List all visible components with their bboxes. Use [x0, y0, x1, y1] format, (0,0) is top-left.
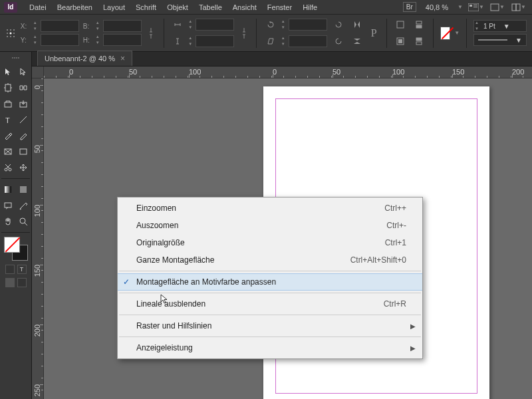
ctx-item[interactable]: AuszoomenCtrl+- — [118, 217, 422, 234]
x-label: X: — [21, 23, 30, 30]
stroke-style-input[interactable]: ▼ — [473, 34, 527, 46]
rotate-input[interactable] — [289, 19, 327, 31]
y-spinner[interactable]: ▲▼ — [33, 34, 38, 46]
menu-schrift[interactable]: Schrift — [130, 3, 162, 11]
menu-tabelle[interactable]: Tabelle — [194, 3, 227, 11]
transform-tool[interactable] — [16, 160, 32, 176]
normal-view-icon[interactable] — [5, 278, 15, 287]
ctx-item[interactable]: OriginalgrößeCtrl+1 — [118, 234, 422, 251]
ctx-item[interactable]: Lineale ausblendenCtrl+R — [118, 295, 422, 313]
page-tool[interactable] — [0, 80, 16, 96]
shear-icon[interactable] — [263, 34, 278, 49]
ctx-label: Einzoomen — [136, 203, 384, 213]
type-tool[interactable]: T — [0, 112, 16, 128]
gap-tool[interactable] — [16, 80, 32, 96]
y-input[interactable] — [41, 34, 79, 46]
ctx-label: Raster und Hilfslinien — [136, 321, 406, 331]
bridge-badge[interactable]: Br — [403, 2, 416, 12]
line-tool[interactable] — [16, 112, 32, 128]
ruler-origin[interactable] — [32, 66, 44, 78]
pencil-tool[interactable] — [16, 128, 32, 144]
arrange-icon[interactable]: ▼ — [511, 2, 527, 13]
paragraph-style-icon[interactable]: P — [368, 26, 380, 41]
submenu-arrow-icon: ▶ — [410, 344, 416, 352]
hand-tool[interactable] — [0, 213, 16, 229]
x-input[interactable] — [41, 20, 79, 32]
fill-stroke-swatches[interactable] — [3, 237, 29, 261]
scale-y-icon[interactable] — [170, 34, 185, 49]
zoom-tool[interactable] — [16, 213, 32, 229]
view-options-icon[interactable]: ▼ — [468, 2, 484, 13]
selection-tool[interactable] — [0, 64, 16, 80]
screen-mode-icon[interactable]: ▼ — [489, 2, 505, 13]
menu-ansicht[interactable]: Ansicht — [227, 3, 262, 11]
content-collector-tool[interactable] — [0, 96, 16, 112]
svg-rect-22 — [416, 42, 422, 45]
reference-point-icon[interactable] — [5, 26, 17, 41]
svg-line-29 — [5, 149, 11, 154]
constrain-icon[interactable] — [146, 26, 157, 41]
apply-container-icon[interactable] — [5, 265, 15, 274]
fill-swatch[interactable] — [440, 27, 450, 40]
ctx-label: Ganze Montagefläche — [136, 255, 350, 265]
rotate-spinner[interactable]: ▲▼ — [281, 19, 286, 31]
rotate-icon[interactable] — [263, 17, 278, 32]
scale-y-spinner[interactable]: ▲▼ — [188, 35, 193, 47]
zoom-level[interactable]: 40,8 % — [422, 3, 452, 11]
note-tool[interactable] — [0, 198, 16, 213]
select-next-icon[interactable] — [412, 34, 426, 49]
zoom-dropdown-icon[interactable]: ▼ — [458, 4, 463, 10]
content-placer-tool[interactable] — [16, 96, 32, 112]
document-tab[interactable]: Unbenannt-2 @ 40 % × — [37, 51, 132, 66]
select-prev-icon[interactable] — [412, 17, 426, 32]
ctx-item[interactable]: Anzeigeleistung▶ — [118, 339, 422, 356]
menu-hilfe[interactable]: Hilfe — [297, 3, 323, 11]
stroke-weight-input[interactable]: ▲▼1 Pt▼ — [473, 20, 527, 32]
w-spinner[interactable]: ▲▼ — [95, 20, 100, 32]
select-content-icon[interactable] — [393, 34, 408, 49]
scissors-tool[interactable] — [0, 160, 16, 176]
flip-h-icon[interactable] — [350, 17, 364, 32]
gradient-swatch-tool[interactable] — [0, 182, 16, 198]
flip-v-icon[interactable] — [350, 34, 364, 49]
preview-icon[interactable] — [17, 278, 27, 287]
ctx-item[interactable]: EinzoomenCtrl++ — [118, 200, 422, 217]
scale-x-input[interactable] — [196, 19, 234, 31]
menu-bearbeiten[interactable]: Bearbeiten — [52, 3, 98, 11]
rotate-ccw-icon[interactable] — [331, 34, 346, 49]
rectangle-frame-tool[interactable] — [0, 144, 16, 160]
rectangle-tool[interactable] — [16, 144, 32, 160]
h-input[interactable] — [103, 34, 142, 46]
gradient-feather-tool[interactable] — [16, 182, 32, 198]
menu-layout[interactable]: Layout — [98, 3, 130, 11]
h-spinner[interactable]: ▲▼ — [95, 34, 100, 46]
fill-dropdown-icon[interactable]: ▼ — [454, 30, 460, 36]
scale-y-input[interactable] — [196, 35, 234, 47]
select-container-icon[interactable] — [393, 17, 408, 32]
shear-spinner[interactable]: ▲▼ — [281, 35, 286, 47]
direct-selection-tool[interactable] — [16, 64, 32, 80]
svg-rect-24 — [5, 102, 11, 107]
scale-x-spinner[interactable]: ▲▼ — [188, 19, 193, 31]
pen-tool[interactable] — [0, 128, 16, 144]
menu-fenster[interactable]: Fenster — [262, 3, 297, 11]
ruler-horizontal[interactable]: 050100050100150200 — [44, 66, 532, 78]
menu-objekt[interactable]: Objekt — [162, 3, 194, 11]
ruler-vertical[interactable]: 050100150200250 — [32, 78, 44, 399]
control-bar: X:▲▼ Y:▲▼ B:▲▼ H:▲▼ ▲▼ ▲▼ ▲▼ ▲▼ P ▼ ▲▼1 … — [0, 15, 532, 52]
svg-rect-0 — [468, 3, 479, 11]
x-spinner[interactable]: ▲▼ — [33, 20, 38, 32]
ctx-item[interactable]: Raster und Hilfslinien▶ — [118, 317, 422, 334]
tab-close-icon[interactable]: × — [120, 54, 125, 63]
ctx-shortcut: Ctrl+- — [386, 221, 406, 230]
ctx-item[interactable]: Ganze MontageflächeCtrl+Alt+Shift+0 — [118, 251, 422, 269]
shear-input[interactable] — [289, 35, 327, 47]
constrain-scale-icon[interactable] — [238, 26, 249, 41]
rotate-cw-icon[interactable] — [331, 17, 346, 32]
ctx-item[interactable]: ✓Montagefläche an Motivfarbe anpassen — [118, 273, 422, 291]
menu-datei[interactable]: Datei — [24, 3, 52, 11]
apply-text-icon[interactable]: T — [17, 265, 27, 274]
w-input[interactable] — [103, 20, 142, 32]
scale-x-icon[interactable] — [170, 17, 185, 32]
eyedropper-tool[interactable] — [16, 198, 32, 213]
